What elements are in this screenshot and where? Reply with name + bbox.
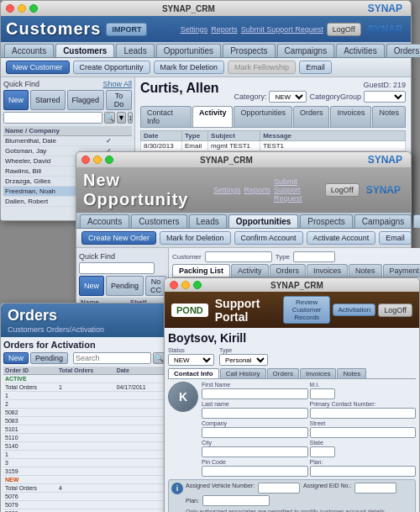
new-customer-button[interactable]: New Customer xyxy=(6,61,70,74)
orders-search-input[interactable] xyxy=(73,352,151,364)
portal-city-input[interactable] xyxy=(202,446,308,457)
portal-pincode-input[interactable] xyxy=(202,466,308,477)
portal-tab-notes[interactable]: Notes xyxy=(337,368,366,378)
table-row[interactable]: 5089 xyxy=(3,509,165,513)
table-row[interactable]: 1 xyxy=(3,451,165,459)
opp-mark-deletion-button[interactable]: Mark for Deletion xyxy=(160,231,231,245)
table-row[interactable]: Total Orders104/17/2011 xyxy=(3,383,165,392)
orders-filter-pending[interactable]: Pending xyxy=(30,352,68,364)
assigned-vehicle-input[interactable] xyxy=(258,483,300,494)
record-tab-activity[interactable]: Activity xyxy=(192,106,234,127)
close-btn-opp[interactable] xyxy=(81,156,90,164)
portal-primary-input[interactable] xyxy=(310,408,417,419)
status-select[interactable]: NEW xyxy=(168,354,214,366)
opp-nav-leads[interactable]: Leads xyxy=(189,214,227,228)
confirm-account-button[interactable]: Confirm Account xyxy=(234,231,303,245)
opp-tab-orders[interactable]: Orders xyxy=(270,264,307,277)
table-row[interactable]: 8/30/2013 Email mgmt TEST1 TEST1 xyxy=(141,141,406,151)
portal-tab-orders[interactable]: Orders xyxy=(267,368,299,378)
opp-settings-link[interactable]: Settings xyxy=(213,186,241,194)
table-row[interactable]: 3159 xyxy=(3,467,165,476)
table-row[interactable]: 3 xyxy=(3,459,165,467)
opp-tab-packing[interactable]: Packing List xyxy=(172,264,230,277)
table-row[interactable]: Total Orders4 xyxy=(3,484,165,493)
portal-logout-button[interactable]: LogOff xyxy=(378,304,412,317)
logout-button[interactable]: LogOff xyxy=(327,23,361,36)
nav-tab-accounts[interactable]: Accounts xyxy=(4,44,54,57)
search-input[interactable] xyxy=(3,112,102,124)
record-tab-invoices[interactable]: Invoices xyxy=(330,106,371,127)
table-row[interactable]: 5076 xyxy=(3,493,165,501)
portal-plan-input[interactable] xyxy=(310,466,417,477)
record-tab-notes[interactable]: Notes xyxy=(372,106,406,127)
filter-icon[interactable]: ▼ xyxy=(117,112,126,124)
nav-tab-leads[interactable]: Leads xyxy=(116,44,154,57)
portal-state-input[interactable] xyxy=(310,446,335,457)
portal-company-input[interactable] xyxy=(202,427,308,438)
table-row[interactable]: 5101 xyxy=(3,425,165,434)
filter-starred[interactable]: Starred xyxy=(30,90,66,110)
nav-tab-prospects[interactable]: Prospects xyxy=(223,44,275,57)
portal-street-input[interactable] xyxy=(310,427,417,438)
activate-account-button[interactable]: Activate Account xyxy=(307,231,376,245)
category-select[interactable]: NEW xyxy=(269,91,307,103)
table-row[interactable]: 2 xyxy=(3,400,165,409)
portal-tab-contact[interactable]: Contact Info xyxy=(168,368,219,378)
portal-tab-callhistory[interactable]: Call History xyxy=(220,368,266,378)
type-input[interactable] xyxy=(293,251,335,262)
opp-reports-link[interactable]: Reports xyxy=(244,186,271,194)
customer-input[interactable] xyxy=(205,251,272,262)
nav-tab-orders[interactable]: Orders xyxy=(386,44,420,57)
review-customer-button[interactable]: Review Customer Records xyxy=(283,296,331,324)
show-all-button[interactable]: Show All xyxy=(102,80,132,88)
filter-flagged[interactable]: Flagged xyxy=(67,90,105,110)
sort-icon[interactable]: ↕ xyxy=(128,112,134,124)
type-select[interactable]: Personal xyxy=(219,354,268,366)
assigned-eid-input[interactable] xyxy=(354,483,396,494)
activation-button[interactable]: Activitation xyxy=(333,304,375,316)
table-row[interactable]: 5082 xyxy=(3,409,165,417)
opp-nav-customers[interactable]: Customers xyxy=(131,214,186,228)
opp-tab-payment[interactable]: Payment Info xyxy=(383,264,420,277)
opp-nav-campaigns[interactable]: Campaigns xyxy=(354,214,412,228)
nav-tab-opportunities[interactable]: Opportunities xyxy=(156,44,221,57)
create-opportunity-button[interactable]: Create Opportunity xyxy=(73,61,150,74)
record-tab-contact[interactable]: Contact Info xyxy=(140,106,192,127)
nav-tab-activities[interactable]: Activities xyxy=(336,44,384,57)
opp-nav-activities[interactable]: Activities xyxy=(413,214,420,228)
search-icon[interactable]: 🔍 xyxy=(104,112,115,124)
import-button[interactable]: IMPORT xyxy=(106,23,147,36)
table-row[interactable]: 5110 xyxy=(3,434,165,442)
opp-email-button[interactable]: Email xyxy=(379,231,412,245)
category-group-select[interactable] xyxy=(364,91,406,103)
portal-mi-input[interactable] xyxy=(310,388,335,399)
orders-filter-new[interactable]: New xyxy=(3,352,29,364)
opp-filter-pending[interactable]: Pending xyxy=(106,276,144,296)
portal-lastname-input[interactable] xyxy=(202,408,308,419)
opp-nav-prospects[interactable]: Prospects xyxy=(300,214,352,228)
opp-nav-opportunities[interactable]: Opportunities xyxy=(228,214,299,228)
mark-fellowship-button[interactable]: Mark Fellowship xyxy=(228,61,296,74)
opp-nav-accounts[interactable]: Accounts xyxy=(80,214,129,228)
table-row[interactable]: NEW xyxy=(3,476,165,484)
email-button[interactable]: Email xyxy=(299,61,332,74)
opp-tab-notes[interactable]: Notes xyxy=(349,264,382,277)
close-btn-portal[interactable] xyxy=(170,281,178,289)
table-row[interactable]: ACTIVE xyxy=(3,375,165,383)
portal-firstname-input[interactable] xyxy=(202,388,308,399)
portal-tab-invoices[interactable]: Invoices xyxy=(300,368,336,378)
list-item[interactable]: Blumenthal, Dale ✓ xyxy=(3,136,132,146)
orders-search-icon[interactable]: 🔍 xyxy=(153,352,165,364)
opp-logout-button[interactable]: LogOff xyxy=(325,183,360,197)
close-btn[interactable] xyxy=(6,4,14,13)
opp-search-input[interactable] xyxy=(79,262,155,274)
table-row[interactable]: 5079 xyxy=(3,501,165,509)
table-row[interactable]: 5083 xyxy=(3,417,165,425)
record-tab-orders[interactable]: Orders xyxy=(293,106,330,127)
table-row[interactable]: 1 xyxy=(3,392,165,400)
record-tab-opportunities[interactable]: Opportunities xyxy=(234,106,292,127)
opp-tab-invoices[interactable]: Invoices xyxy=(307,264,348,277)
filter-new[interactable]: New xyxy=(3,90,29,110)
table-row[interactable]: 5140 xyxy=(3,442,165,451)
nav-tab-campaigns[interactable]: Campaigns xyxy=(277,44,335,57)
